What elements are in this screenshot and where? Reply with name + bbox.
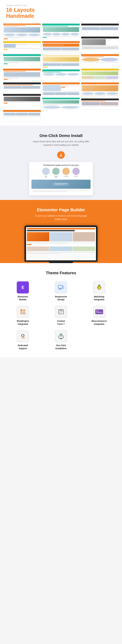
svg-point-6 bbox=[98, 285, 99, 286]
demo-description: Import theme demo data with just one cli… bbox=[31, 140, 91, 147]
layouts-count: 16 bbox=[6, 7, 12, 13]
feature-item-mailchimp: MailchimpIntegrated bbox=[82, 281, 116, 301]
features-section: Theme Features E ElementorBuilder Respon… bbox=[0, 263, 122, 358]
shopengine-icon bbox=[19, 308, 26, 316]
laptop-screen-inner bbox=[26, 227, 96, 260]
layout-thumb-16 bbox=[81, 54, 119, 68]
layout-thumb-19 bbox=[81, 98, 119, 110]
demo-preview-title: Providing best quality services for your… bbox=[31, 164, 91, 166]
elementor-title: Elementor Page Builder bbox=[6, 208, 116, 212]
svg-rect-10 bbox=[20, 309, 23, 312]
mailchimp-icon bbox=[96, 284, 103, 291]
feature-item-responsive: ResponsiveDesign bbox=[44, 281, 78, 301]
layouts-grid bbox=[0, 22, 122, 126]
svg-point-9 bbox=[100, 287, 101, 288]
layout-thumb-9 bbox=[42, 41, 80, 55]
svg-rect-11 bbox=[23, 309, 25, 312]
svg-rect-26 bbox=[24, 336, 24, 336]
feature-name-shopengine: ShopEngineIntegrated bbox=[17, 320, 29, 326]
feature-icon-box-shopengine bbox=[17, 306, 29, 318]
demo-circle-4 bbox=[72, 168, 80, 175]
layout-col-1 bbox=[3, 24, 41, 121]
laptop-screen-body bbox=[27, 230, 95, 260]
laptop-screen-content bbox=[26, 227, 96, 260]
feature-item-oneclick: One-ClickInstallation bbox=[44, 330, 78, 350]
feature-grid-spacer bbox=[82, 330, 116, 350]
support-icon bbox=[19, 332, 26, 340]
hero-section: TRENDY AND STYLISH 16 Layouts Handmade bbox=[0, 0, 122, 22]
svg-rect-27 bbox=[23, 338, 25, 338]
svg-text:FORM: FORM bbox=[60, 310, 62, 311]
feature-item-contactform: CONTACT FORM ContactForm 7 bbox=[44, 306, 78, 326]
demo-circle-3 bbox=[62, 168, 70, 175]
feature-item-support: DedicatedSupport bbox=[6, 330, 40, 350]
laptop bbox=[25, 226, 97, 263]
layout-thumb-15 bbox=[81, 36, 119, 53]
layout-thumb-18 bbox=[81, 82, 119, 98]
elementor-description: Custom your website in real time with th… bbox=[32, 214, 90, 221]
woocommerce-icon: WOO COMMERCE bbox=[95, 309, 103, 314]
layout-thumb-6 bbox=[3, 94, 41, 109]
feature-icon-box-support bbox=[17, 330, 29, 342]
demo-circle-2 bbox=[52, 168, 60, 175]
elementor-builder-icon: E bbox=[21, 285, 24, 290]
svg-rect-1 bbox=[62, 286, 64, 288]
laptop-base bbox=[25, 260, 97, 262]
layout-col-2 bbox=[42, 24, 80, 121]
layout-thumb-8 bbox=[42, 24, 80, 40]
laptop-container bbox=[6, 226, 116, 263]
demo-circle-label-2: Healthypets bbox=[54, 176, 58, 178]
oneclick-icon bbox=[57, 332, 65, 340]
demo-circle-label-1: Bestcare bbox=[45, 176, 47, 178]
layout-thumb-2 bbox=[3, 41, 41, 53]
features-title: Theme Features bbox=[6, 270, 116, 275]
layout-thumb-7 bbox=[3, 110, 41, 121]
layout-thumb-10 bbox=[42, 56, 80, 68]
download-icon bbox=[59, 153, 63, 157]
layout-thumb-12 bbox=[42, 82, 80, 97]
svg-point-8 bbox=[97, 287, 98, 288]
demo-circle-label-3: Grooming bbox=[64, 176, 69, 177]
layout-thumb-4 bbox=[3, 68, 41, 82]
laptop-header-bar bbox=[27, 228, 95, 230]
feature-icon-box-contactform: CONTACT FORM bbox=[55, 306, 67, 318]
svg-rect-12 bbox=[20, 312, 23, 314]
feature-name-mailchimp: MailchimpIntegrated bbox=[94, 295, 104, 301]
layout-thumb-3 bbox=[3, 54, 41, 68]
svg-text:COMMERCE: COMMERCE bbox=[96, 312, 102, 313]
feature-name-responsive: ResponsiveDesign bbox=[55, 295, 67, 301]
responsive-design-icon bbox=[57, 284, 65, 291]
svg-point-7 bbox=[99, 285, 100, 286]
layout-thumb-13 bbox=[42, 98, 80, 110]
feature-name-woocommerce: WoocommerceIntegrated bbox=[92, 320, 107, 326]
hero-title: 16 Layouts Handmade bbox=[6, 7, 116, 19]
demo-title: One-Click Demo Install bbox=[6, 133, 116, 138]
layout-col-3 bbox=[81, 24, 119, 121]
laptop-main bbox=[27, 230, 95, 260]
svg-point-28 bbox=[21, 338, 22, 339]
feature-item-shopengine: ShopEngineIntegrated bbox=[6, 306, 40, 326]
feature-item-elementor: E ElementorBuilder bbox=[6, 281, 40, 301]
laptop-stand bbox=[49, 262, 73, 263]
feature-icon-box-elementor: E bbox=[17, 281, 29, 294]
demo-circle-label-4: Wellness bbox=[74, 176, 78, 177]
svg-text:WOO: WOO bbox=[96, 310, 99, 312]
svg-rect-0 bbox=[58, 285, 62, 288]
feature-name-support: DedicatedSupport bbox=[18, 344, 28, 350]
demo-preview-card: Providing best quality services for your… bbox=[29, 162, 93, 196]
demo-preview-text bbox=[31, 190, 91, 193]
feature-icon-box-oneclick bbox=[55, 330, 67, 342]
demo-preview-circles-row: Bestcare Healthypets Grooming Wellness bbox=[31, 168, 91, 178]
layout-thumb-1 bbox=[3, 24, 41, 40]
layout-thumb-5 bbox=[3, 82, 41, 93]
layout-thumb-14 bbox=[81, 24, 119, 36]
feature-name-contactform: ContactForm 7 bbox=[57, 320, 65, 326]
download-icon-container bbox=[57, 151, 65, 159]
svg-rect-25 bbox=[21, 336, 22, 336]
features-grid: E ElementorBuilder ResponsiveDesign bbox=[6, 281, 116, 350]
demo-circle-1 bbox=[42, 168, 50, 175]
title-line2: Handmade bbox=[6, 13, 34, 19]
demo-preview-image bbox=[31, 180, 91, 189]
feature-item-woocommerce: WOO COMMERCE WoocommerceIntegrated bbox=[82, 306, 116, 326]
demo-section: One-Click Demo Install Import theme demo… bbox=[0, 126, 122, 200]
